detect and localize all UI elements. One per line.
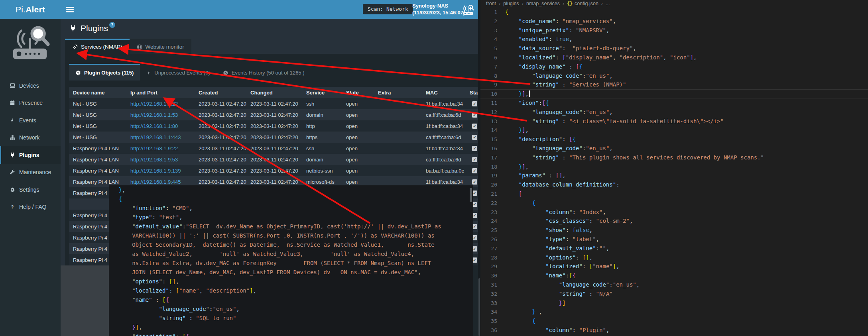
sidebar-item-maintenance[interactable]: Maintenance bbox=[0, 164, 61, 181]
line-number: 10 bbox=[480, 90, 505, 99]
line-number: 12 bbox=[480, 108, 505, 117]
code-line: ns.Extra as Extra, dv.dev_MAC as Foreign… bbox=[109, 259, 473, 268]
column-header-device-name[interactable]: Device name bbox=[69, 90, 126, 96]
ip-port-link[interactable]: http://192.168.1.9:139 bbox=[130, 168, 181, 174]
line-number: 11 bbox=[480, 99, 505, 108]
json-file-icon: {} bbox=[567, 1, 573, 6]
code-line: 18 }], bbox=[480, 162, 868, 171]
code-line: 3 "unique_prefix": "NMAPSRV", bbox=[480, 26, 868, 35]
sidebar-item-plugins[interactable]: Plugins bbox=[0, 146, 61, 164]
sidebar-item-settings[interactable]: Settings bbox=[0, 181, 61, 198]
sidebar-item-presence[interactable]: Presence bbox=[0, 94, 61, 112]
code-line: 22 { bbox=[480, 198, 868, 208]
column-header-extra[interactable]: Extra bbox=[374, 90, 422, 96]
status-cell: ✓ bbox=[466, 179, 478, 185]
status-checkbox[interactable]: ✓ bbox=[472, 157, 477, 162]
created-cell: 2023-03-11 02:47:20 bbox=[195, 112, 246, 118]
sidebar-item-label: Settings bbox=[19, 187, 39, 193]
breadcrumb-item-nmap-services[interactable]: nmap_services bbox=[526, 1, 560, 6]
breadcrumb-separator: › bbox=[563, 1, 564, 6]
help-badge[interactable]: ? bbox=[109, 22, 115, 28]
breadcrumb-item-front[interactable]: front bbox=[486, 1, 496, 6]
ip-port-link[interactable]: http://192.168.1.9:22 bbox=[130, 145, 178, 151]
code-line: 27 "default_value":"", bbox=[480, 244, 868, 253]
code-editor: front›plugins›nmap_services›{}config.jso… bbox=[480, 0, 868, 336]
created-cell: 2023-03-11 02:47:20 bbox=[195, 179, 246, 185]
column-header-service[interactable]: Service bbox=[302, 90, 342, 96]
status-checkbox[interactable]: ✓ bbox=[472, 101, 477, 106]
sidebar-item-help-faq[interactable]: ?Help / FAQ bbox=[0, 198, 61, 216]
breadcrumb-item-config-json[interactable]: config.json bbox=[575, 1, 598, 6]
ip-port-cell: http://192.168.1.1:53 bbox=[126, 112, 195, 118]
sidebar-item-devices[interactable]: Devices bbox=[0, 77, 61, 94]
changed-cell: 2023-03-11 02:47:20 bbox=[246, 179, 302, 185]
tab-label: Events History (50 out of 1265 ) bbox=[232, 70, 305, 76]
tab-events-history-50-out-of-1265[interactable]: Events History (50 out of 1265 ) bbox=[217, 64, 311, 81]
line-number: 6 bbox=[480, 53, 505, 63]
line-number: 15 bbox=[480, 135, 505, 144]
ip-port-link[interactable]: http://192.168.1.1:80 bbox=[130, 123, 178, 129]
code-line: 8 "language_code":"en_us", bbox=[480, 71, 868, 81]
status-checkbox[interactable]: ✓ bbox=[472, 168, 477, 173]
column-header-changed[interactable]: Changed bbox=[246, 90, 302, 96]
pialert-logo-icon bbox=[462, 4, 475, 16]
code-line: 10 }], bbox=[480, 89, 868, 98]
column-header-state[interactable]: State bbox=[342, 90, 374, 96]
code-line: 23 "column": "Index", bbox=[480, 208, 868, 217]
ip-port-link[interactable]: http://192.168.1.1:443 bbox=[130, 134, 181, 140]
changed-cell: 2023-03-11 02:47:20 bbox=[246, 101, 302, 107]
tab-label: Plugin Objects (115) bbox=[84, 70, 134, 76]
text-cursor bbox=[529, 90, 530, 97]
page-scrollbar[interactable] bbox=[478, 0, 480, 336]
column-header-ip-and-port[interactable]: Ip and Port bbox=[126, 90, 195, 96]
ip-port-link[interactable]: http://192.168.1.9:445 bbox=[130, 179, 181, 185]
status-checkbox[interactable]: ✓ bbox=[472, 179, 477, 185]
page-scrollbar-thumb[interactable] bbox=[478, 278, 480, 336]
ip-port-link[interactable]: http://192.168.1.9:53 bbox=[130, 157, 178, 163]
state-cell: open bbox=[342, 123, 374, 129]
created-cell: 2023-03-11 02:47:20 bbox=[195, 168, 246, 174]
changed-cell: 2023-03-11 02:47:20 bbox=[246, 157, 302, 163]
editor-lines: 1{2 "code_name": "nmap_services",3 "uniq… bbox=[480, 8, 868, 335]
tab-services-nmap[interactable]: Services (NMAP) bbox=[65, 39, 130, 54]
line-number: 4 bbox=[480, 35, 505, 44]
status-checkbox[interactable]: ✓ bbox=[472, 135, 477, 140]
line-number: 3 bbox=[480, 26, 505, 35]
ip-port-link[interactable]: http://192.168.1.1:53 bbox=[130, 112, 178, 118]
state-cell: open bbox=[342, 157, 374, 163]
code-line: 21 [ bbox=[480, 189, 868, 198]
tab-website-monitor[interactable]: Website monitor bbox=[130, 39, 191, 54]
ip-port-link[interactable]: http://192.168.1.1:22 bbox=[130, 101, 178, 107]
breadcrumb-item--[interactable]: ... bbox=[606, 1, 610, 6]
breadcrumb-separator: › bbox=[522, 1, 524, 6]
tab-plugin-objects-115[interactable]: Plugin Objects (115) bbox=[69, 64, 140, 81]
popup-scrollbar-thumb[interactable] bbox=[470, 188, 472, 202]
code-line: "options": [], bbox=[109, 277, 473, 286]
device-name-cell: Net - USG bbox=[69, 134, 126, 140]
line-number: 33 bbox=[480, 299, 505, 308]
status-checkbox[interactable]: ✓ bbox=[472, 146, 477, 151]
table-row: Net - USGhttp://192.168.1.1:532023-03-11… bbox=[69, 109, 478, 120]
sidebar-item-events[interactable]: Events bbox=[0, 112, 61, 129]
status-checkbox[interactable]: ✓ bbox=[472, 124, 477, 129]
code-line: { bbox=[109, 195, 473, 204]
line-number: 24 bbox=[480, 217, 505, 226]
line-number: 36 bbox=[480, 326, 505, 335]
breadcrumb-item-plugins[interactable]: plugins bbox=[503, 1, 519, 6]
column-header-created[interactable]: Created bbox=[195, 90, 246, 96]
status-checkbox[interactable]: ✓ bbox=[472, 112, 477, 118]
app-brand[interactable]: Pi.Alert bbox=[0, 0, 61, 19]
column-header-status[interactable]: Status bbox=[466, 90, 478, 96]
created-cell: 2023-03-11 02:47:20 bbox=[195, 134, 246, 140]
device-name-cell: Raspberry Pi 4 LAN bbox=[69, 157, 126, 163]
sidebar-item-network[interactable]: Network bbox=[0, 129, 61, 147]
code-line: 9 "string" : "Services (NMAP)" bbox=[480, 80, 868, 89]
tab-unprocessed-events-0[interactable]: Unprocessed Events (0) bbox=[140, 64, 216, 81]
code-line: "description": [{ bbox=[109, 332, 473, 336]
line-number: 7 bbox=[480, 63, 505, 72]
mac-cell: 1f:ba:ff:ca:ba:34 bbox=[422, 101, 466, 107]
line-number: 13 bbox=[480, 117, 505, 126]
hamburger-menu-icon[interactable] bbox=[66, 7, 74, 12]
column-header-mac[interactable]: MAC bbox=[422, 90, 466, 96]
ip-port-cell: http://192.168.1.1:80 bbox=[126, 123, 195, 129]
